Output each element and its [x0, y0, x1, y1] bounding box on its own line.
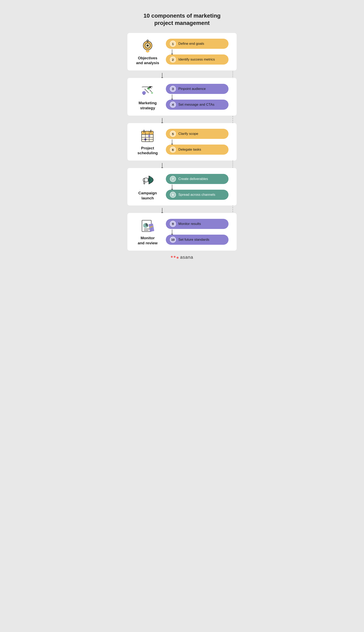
section-card-objectives: Objectivesand analysis1Define end goals2…: [128, 33, 236, 71]
section-label-scheduling: Projectscheduling: [138, 146, 158, 156]
pill-item-7: 7Create deliverables: [166, 174, 228, 184]
pill-number-1: 1: [170, 41, 176, 47]
asana-dot-bottom: [176, 257, 178, 259]
section-label-strategy: Marketingstrategy: [138, 101, 157, 111]
section-label-objectives: Objectivesand analysis: [136, 56, 159, 66]
svg-point-24: [148, 135, 150, 137]
svg-rect-29: [143, 179, 144, 181]
asana-dot-left: [171, 256, 173, 258]
section-left-monitor: Monitorand review: [132, 218, 164, 245]
svg-point-3: [147, 40, 148, 42]
arrow-down-monitor-1: [172, 230, 172, 234]
pill-item-8: 8Spread across channels: [166, 190, 228, 200]
svg-line-10: [150, 90, 152, 92]
section-card-campaign: Campaignlaunch7Create deliverables8Sprea…: [128, 168, 236, 205]
section-card-strategy: × × × Marketingstrategy3Pinpoint audienc…: [128, 78, 236, 115]
pill-number-4: 4: [170, 102, 176, 108]
pill-number-7: 7: [170, 176, 176, 182]
arrow-down-scheduling-1: [172, 139, 172, 144]
section-right-monitor: 9Monitor results10Set future standards: [164, 219, 232, 245]
page-title: 10 components of marketingproject manage…: [128, 12, 236, 27]
asana-brand-text: asana: [180, 255, 193, 260]
section-card-scheduling: Projectscheduling5Clarify scope6Delegate…: [128, 123, 236, 161]
pill-item-1: 1Define end goals: [166, 39, 228, 49]
svg-point-25: [144, 138, 146, 141]
pill-text-3: Pinpoint audience: [178, 87, 206, 91]
pill-number-10: 10: [170, 237, 176, 243]
pill-number-5: 5: [170, 131, 176, 137]
pill-item-3: 3Pinpoint audience: [166, 84, 228, 94]
section-card-monitor: Monitorand review9Monitor results10Set f…: [128, 213, 236, 250]
pill-text-2: Identify success metrics: [178, 58, 215, 62]
pill-text-8: Spread across channels: [178, 193, 215, 197]
inter-section-arrow-4: [162, 208, 162, 212]
pill-item-5: 5Clarify scope: [166, 129, 228, 139]
section-left-strategy: × × × Marketingstrategy: [132, 83, 164, 111]
pill-item-4: 4Set message and CTAs: [166, 100, 228, 110]
inter-section-arrow-2: [162, 118, 162, 123]
svg-rect-30: [144, 181, 145, 184]
arrow-down-objectives-1: [172, 49, 172, 54]
section-right-campaign: 7Create deliverables8Spread across chann…: [164, 174, 232, 200]
pill-text-7: Create deliverables: [178, 177, 208, 181]
pill-number-8: 8: [170, 192, 176, 198]
section-right-objectives: 1Define end goals2Identify success metri…: [164, 39, 232, 65]
target-icon: [140, 38, 156, 54]
arrow-down-strategy-1: [172, 95, 172, 99]
svg-text:×: ×: [142, 86, 143, 89]
calendar-icon: [140, 128, 156, 144]
megaphone-icon: [140, 173, 156, 189]
pill-text-10: Set future standards: [178, 238, 209, 242]
svg-point-32: [151, 177, 152, 178]
pill-number-6: 6: [170, 147, 176, 153]
page: 10 components of marketingproject manage…: [123, 6, 241, 268]
section-left-campaign: Campaignlaunch: [132, 173, 164, 201]
pill-item-9: 9Monitor results: [166, 219, 228, 229]
pill-text-5: Clarify scope: [178, 132, 198, 136]
asana-dot-right: [174, 256, 176, 258]
pill-text-4: Set message and CTAs: [178, 103, 214, 107]
section-right-strategy: 3Pinpoint audience4Set message and CTAs: [164, 84, 232, 110]
section-label-campaign: Campaignlaunch: [138, 191, 157, 201]
svg-text:×: ×: [143, 93, 144, 96]
flow-wrapper: ➜ Objectivesand analysis1Define end goal…: [128, 33, 236, 251]
svg-point-31: [148, 178, 150, 182]
section-left-scheduling: Projectscheduling: [132, 128, 164, 156]
section-left-objectives: Objectivesand analysis: [132, 38, 164, 66]
pill-item-2: 2Identify success metrics: [166, 55, 228, 65]
pill-item-6: 6Delegate tasks: [166, 145, 228, 155]
svg-point-7: [151, 92, 153, 94]
pill-item-10: 10Set future standards: [166, 235, 228, 245]
svg-point-33: [152, 179, 153, 180]
section-right-scheduling: 5Clarify scope6Delegate tasks: [164, 129, 232, 155]
pill-text-1: Define end goals: [178, 42, 204, 46]
pill-number-9: 9: [170, 221, 176, 227]
arrow-down-campaign-1: [172, 185, 172, 189]
pill-text-9: Monitor results: [178, 222, 201, 226]
chart-icon: [140, 218, 156, 234]
asana-dots-icon: [171, 256, 178, 259]
svg-text:×: ×: [151, 87, 152, 90]
asana-logo: asana: [128, 255, 236, 260]
inter-section-arrow-3: [162, 163, 162, 167]
pill-number-3: 3: [170, 86, 176, 92]
strategy-icon: × × ×: [140, 83, 156, 99]
pill-number-2: 2: [170, 57, 176, 63]
inter-section-arrow-1: [162, 73, 162, 77]
section-label-monitor: Monitorand review: [138, 236, 158, 245]
pill-text-6: Delegate tasks: [178, 148, 201, 152]
sections-container: Objectivesand analysis1Define end goals2…: [128, 33, 236, 251]
svg-point-2: [146, 45, 149, 47]
